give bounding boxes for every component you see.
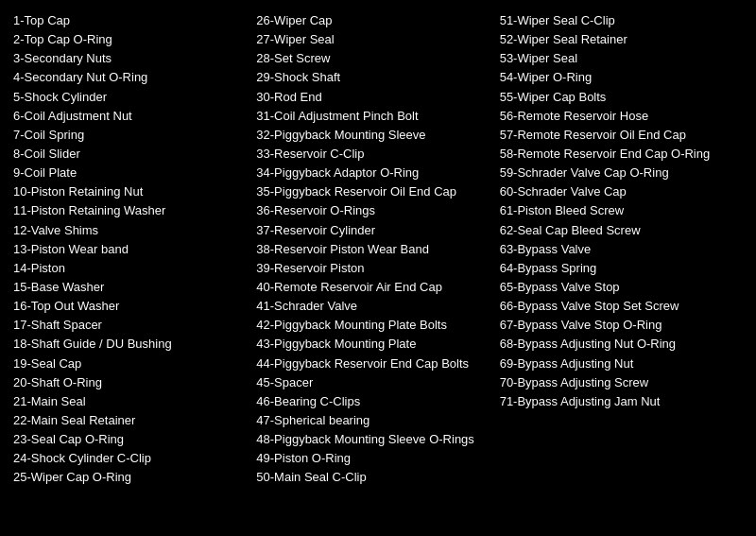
list-item: 59-Schrader Valve Cap O-Ring [500, 164, 735, 182]
column-1: 1-Top Cap2-Top Cap O-Ring3-Secondary Nut… [13, 11, 256, 488]
list-item: 68-Bypass Adjusting Nut O-Ring [500, 335, 735, 354]
list-item: 37-Reservoir Cylinder [256, 221, 491, 240]
list-item: 25-Wiper Cap O-Ring [13, 468, 249, 487]
list-item: 1-Top Cap [13, 11, 249, 30]
list-item: 40-Remote Reservoir Air End Cap [256, 278, 491, 297]
list-item: 7-Coil Spring [13, 126, 249, 145]
list-item: 51-Wiper Seal C-Clip [500, 11, 735, 30]
list-item: 35-Piggyback Reservoir Oil End Cap [256, 182, 491, 201]
list-item: 48-Piggyback Mounting Sleeve O-Rings [256, 430, 491, 449]
list-item: 42-Piggyback Mounting Plate Bolts [256, 316, 491, 335]
list-item: 54-Wiper O-Ring [500, 68, 735, 87]
list-item: 22-Main Seal Retainer [13, 411, 249, 430]
parts-list: 1-Top Cap2-Top Cap O-Ring3-Secondary Nut… [13, 11, 743, 488]
list-item: 65-Bypass Valve Stop [500, 278, 735, 297]
list-item: 18-Shaft Guide / DU Bushing [13, 335, 249, 354]
list-item: 36-Reservoir O-Rings [256, 201, 491, 220]
list-item: 4-Secondary Nut O-Ring [13, 68, 249, 87]
list-item: 33-Reservoir C-Clip [256, 145, 491, 164]
list-item: 17-Shaft Spacer [13, 316, 249, 335]
list-item: 47-Spherical bearing [256, 411, 491, 430]
list-item: 34-Piggyback Adaptor O-Ring [256, 164, 491, 182]
list-item: 45-Spacer [256, 373, 491, 392]
list-item: 9-Coil Plate [13, 164, 249, 182]
list-item: 29-Shock Shaft [256, 68, 491, 87]
list-item: 63-Bypass Valve [500, 240, 735, 259]
list-item: 61-Piston Bleed Screw [500, 201, 735, 220]
list-item: 70-Bypass Adjusting Screw [500, 373, 735, 392]
list-item: 8-Coil Slider [13, 145, 249, 164]
list-item: 66-Bypass Valve Stop Set Screw [500, 297, 735, 316]
list-item: 23-Seal Cap O-Ring [13, 430, 249, 449]
list-item: 21-Main Seal [13, 392, 249, 411]
list-item: 50-Main Seal C-Clip [256, 468, 491, 487]
list-item: 38-Reservoir Piston Wear Band [256, 240, 491, 259]
list-item: 10-Piston Retaining Nut [13, 182, 249, 201]
list-item: 55-Wiper Cap Bolts [500, 88, 735, 107]
list-item: 26-Wiper Cap [256, 11, 491, 30]
column-3: 51-Wiper Seal C-Clip52-Wiper Seal Retain… [500, 11, 743, 488]
list-item: 31-Coil Adjustment Pinch Bolt [256, 107, 491, 126]
list-item: 15-Base Washer [13, 278, 249, 297]
list-item: 12-Valve Shims [13, 221, 249, 240]
list-item: 43-Piggyback Mounting Plate [256, 335, 491, 354]
list-item: 3-Secondary Nuts [13, 49, 249, 68]
list-item: 28-Set Screw [256, 49, 491, 68]
list-item: 56-Remote Reservoir Hose [500, 107, 735, 126]
list-item: 20-Shaft O-Ring [13, 373, 249, 392]
list-item: 6-Coil Adjustment Nut [13, 107, 249, 126]
list-item: 62-Seal Cap Bleed Screw [500, 221, 735, 240]
list-item: 39-Reservoir Piston [256, 259, 491, 278]
list-item: 49-Piston O-Ring [256, 449, 491, 468]
list-item: 41-Schrader Valve [256, 297, 491, 316]
list-item: 60-Schrader Valve Cap [500, 182, 735, 201]
list-item: 32-Piggyback Mounting Sleeve [256, 126, 491, 145]
list-item: 67-Bypass Valve Stop O-Ring [500, 316, 735, 335]
list-item: 52-Wiper Seal Retainer [500, 30, 735, 49]
list-item: 46-Bearing C-Clips [256, 392, 491, 411]
list-item: 11-Piston Retaining Washer [13, 201, 249, 220]
list-item: 58-Remote Reservoir End Cap O-Ring [500, 145, 735, 164]
list-item: 53-Wiper Seal [500, 49, 735, 68]
list-item: 44-Piggyback Reservoir End Cap Bolts [256, 354, 491, 373]
list-item: 13-Piston Wear band [13, 240, 249, 259]
list-item: 2-Top Cap O-Ring [13, 30, 249, 49]
list-item: 57-Remote Reservoir Oil End Cap [500, 126, 735, 145]
list-item: 24-Shock Cylinder C-Clip [13, 449, 249, 468]
list-item: 14-Piston [13, 259, 249, 278]
list-item: 30-Rod End [256, 88, 491, 107]
list-item: 19-Seal Cap [13, 354, 249, 373]
column-2: 26-Wiper Cap27-Wiper Seal28-Set Screw29-… [256, 11, 499, 488]
list-item: 69-Bypass Adjusting Nut [500, 354, 735, 373]
list-item: 16-Top Out Washer [13, 297, 249, 316]
list-item: 64-Bypass Spring [500, 259, 735, 278]
list-item: 5-Shock Cylinder [13, 88, 249, 107]
list-item: 71-Bypass Adjusting Jam Nut [500, 392, 735, 411]
list-item: 27-Wiper Seal [256, 30, 491, 49]
